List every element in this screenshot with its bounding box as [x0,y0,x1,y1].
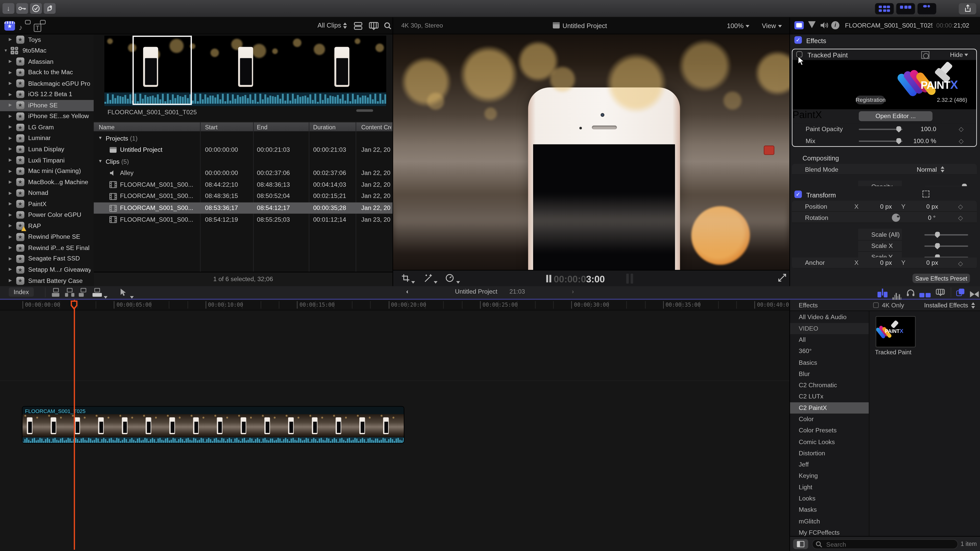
column-header[interactable]: Name [99,124,199,130]
chevron-down-icon[interactable] [434,276,438,287]
sidebar-item[interactable]: ★ Setapp M...r Giveaway [0,265,94,275]
parameter-value[interactable]: 100.0 % [886,138,936,144]
sidebar-item[interactable]: ★ Nomad [0,188,94,199]
sidebar-item[interactable]: ★ Luminar [0,133,94,144]
scrollbar-thumb[interactable] [356,110,373,112]
disclosure-triangle-icon[interactable] [9,92,12,97]
playhead[interactable] [74,300,75,550]
inspector-panel-toggle[interactable] [918,3,936,14]
effects-category[interactable]: VIDEO [790,323,869,334]
keyword-editor-button[interactable] [16,3,28,14]
show-titles-generators-tab[interactable]: T [34,21,45,30]
sidebar-item[interactable]: ★ Power Color eGPU [0,210,94,221]
x-value[interactable]: 0 px [862,203,892,210]
sidebar-item[interactable]: ★ Luxli Timpani [0,155,94,166]
clip-filter-dropdown[interactable]: All Clips [318,21,347,29]
connect-edit-button[interactable] [51,288,61,297]
disclosure-triangle-icon[interactable] [9,103,12,108]
disclosure-triangle-icon[interactable] [9,81,12,86]
slider-thumb[interactable] [935,232,940,238]
disclosure-triangle-icon[interactable] [9,37,12,42]
sidebar-item[interactable]: ★ LG Gram [0,122,94,133]
color-inspector-tab[interactable] [808,21,816,28]
disclosure-triangle-icon[interactable] [4,48,8,52]
timeline-panel[interactable]: 00:00:00:0000:00:05:0000:00:10:0000:00:1… [0,300,789,551]
audio-inspector-tab[interactable] [820,21,829,29]
browser-panel-toggle[interactable] [875,3,894,14]
viewer-view-dropdown[interactable]: View [762,22,781,29]
list-row[interactable]: ▼ Projects (1) [94,132,393,144]
disclosure-triangle-icon[interactable] [9,278,12,283]
effects-checkbox[interactable]: ✓ [794,36,802,44]
effects-category[interactable]: All Video & Audio [790,312,869,323]
info-inspector-tab[interactable]: i [831,21,839,29]
transform-checkbox[interactable]: ✓ [794,191,802,198]
effects-category[interactable]: Color Presets [790,425,869,436]
select-tool-button[interactable] [120,288,127,297]
overwrite-edit-button[interactable] [92,288,102,297]
column-header[interactable]: Duration [313,124,336,130]
row-value[interactable]: 100 % [952,231,977,238]
keyframe-diamond-icon[interactable]: ◇ [959,138,964,144]
effects-search-input[interactable] [812,539,958,549]
hide-button[interactable]: Hide [950,51,968,58]
disclosure-triangle-icon[interactable]: ▼ [98,159,102,163]
parameter-value[interactable]: 100.0 [886,125,936,132]
save-effects-preset-button[interactable]: Save Effects Preset [913,274,970,283]
x-value[interactable]: 0 px [862,259,892,266]
row-value[interactable]: 100.0 % [952,242,977,249]
transform-onscreen-icon[interactable] [923,191,929,197]
append-edit-button[interactable] [79,288,88,297]
row-value[interactable]: 100.0 % [952,183,977,186]
effects-category[interactable]: Color [790,414,869,425]
trim-tool-toggle[interactable] [877,289,887,300]
registration-button[interactable]: Registration [856,96,885,104]
timeline-history-forward[interactable]: › [572,288,574,295]
filmstrip-view-button[interactable] [369,22,379,30]
sidebar-item[interactable]: ★ Mac mini (Gaming) [0,166,94,177]
effects-category[interactable]: Looks [790,493,869,504]
sidebar-item[interactable]: ★ Smart Battery Case [0,275,94,286]
keyframe-diamond-icon[interactable]: ◇ [958,214,963,221]
column-header[interactable]: Start [205,124,218,130]
disclosure-triangle-icon[interactable] [9,124,12,130]
effects-category[interactable]: 360° [790,346,869,357]
list-row[interactable]: ▼ FLOORCAM_S001_S00... 08:48:36;15 08:50… [94,191,393,202]
sidebar-item[interactable]: ★ iPhone SE...se Yellow [0,111,94,122]
sidebar-item[interactable]: ★ Back to the Mac [0,67,94,78]
audio-solo-button[interactable] [906,289,915,297]
audio-meter[interactable] [631,274,633,284]
timeline-panel-toggle[interactable] [896,3,915,14]
disclosure-triangle-icon[interactable]: ▼ [98,135,102,140]
list-row[interactable]: ▼ Untitled Project 00:00:00:00 00:00:21:… [94,144,393,156]
index-button[interactable]: Index [9,287,34,297]
viewer-zoom-dropdown[interactable]: 100% [727,22,749,29]
chevron-down-icon[interactable] [456,276,460,287]
list-row[interactable]: ▼ FLOORCAM_S001_S00... 08:44:22;10 08:48… [94,179,393,191]
effects-category[interactable]: Distortion [790,448,869,459]
disclosure-triangle-icon[interactable] [9,70,12,75]
keyframe-diamond-icon[interactable]: ◇ [958,203,963,210]
effect-tile[interactable]: PAINTX [876,316,916,347]
4k-only-checkbox[interactable] [873,302,879,308]
disclosure-triangle-icon[interactable] [9,59,12,64]
disclosure-triangle-icon[interactable] [9,201,12,206]
sidebar-item[interactable]: ★ Blackmagic eGPU Pro [0,78,94,89]
column-header[interactable]: End [257,124,267,130]
clip-appearance-button[interactable] [935,289,945,296]
keyframe-diamond-icon[interactable]: ◇ [958,260,963,267]
timeline-history-back[interactable]: ‹ [406,288,408,295]
clip-filmstrip[interactable] [104,36,386,106]
skimming-toggle[interactable] [919,289,931,300]
video-inspector-tab[interactable] [794,21,804,29]
sidebar-item[interactable]: ★ PaintX [0,199,94,210]
column-header[interactable]: Content Created [361,124,391,130]
disclosure-triangle-icon[interactable] [9,267,12,272]
show-libraries-tab[interactable]: ★ [4,21,15,30]
disclosure-triangle-icon[interactable] [9,157,12,162]
range-selection-outline[interactable] [132,36,192,105]
effects-category[interactable]: Comic Looks [790,437,869,448]
effects-category[interactable]: Jeff [790,459,869,470]
disclosure-triangle-icon[interactable] [9,190,12,195]
fullscreen-button[interactable] [778,274,786,282]
